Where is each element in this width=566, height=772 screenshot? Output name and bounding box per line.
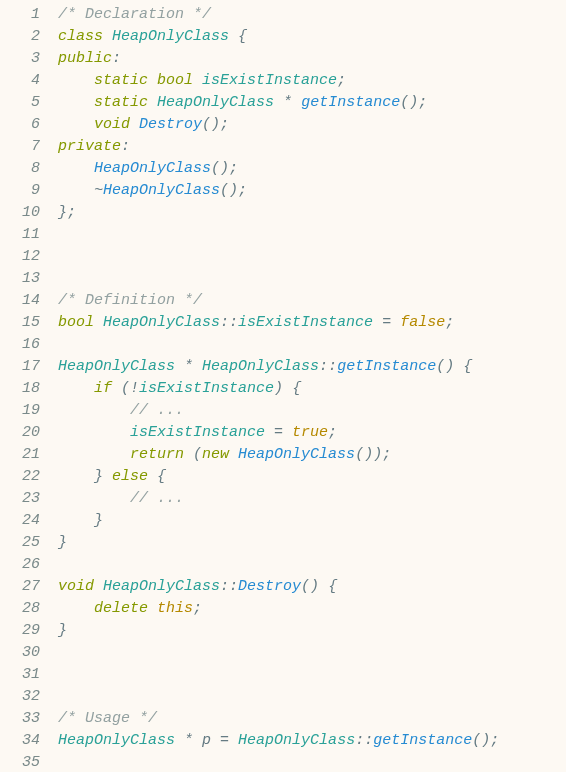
token-comment: // ... bbox=[130, 490, 184, 507]
token-func: Destroy bbox=[139, 116, 202, 133]
token-op: * bbox=[184, 358, 193, 375]
code-line bbox=[58, 268, 566, 290]
token-op: = bbox=[382, 314, 391, 331]
line-number: 5 bbox=[0, 92, 40, 114]
token-plain bbox=[148, 600, 157, 617]
token-plain bbox=[58, 446, 130, 463]
token-keyword: class bbox=[58, 28, 103, 45]
code-line: /* Usage */ bbox=[58, 708, 566, 730]
token-const: true bbox=[292, 424, 328, 441]
line-number: 34 bbox=[0, 730, 40, 752]
token-plain bbox=[58, 72, 94, 89]
line-number: 16 bbox=[0, 334, 40, 356]
token-func: getInstance bbox=[337, 358, 436, 375]
token-keyword: bool bbox=[157, 72, 193, 89]
token-plain bbox=[175, 358, 184, 375]
token-op: = bbox=[220, 732, 229, 749]
token-plain bbox=[94, 578, 103, 595]
token-plain bbox=[373, 314, 382, 331]
line-number: 26 bbox=[0, 554, 40, 576]
token-plain: p bbox=[193, 732, 220, 749]
token-type: HeapOnlyClass bbox=[238, 732, 355, 749]
code-line: } bbox=[58, 532, 566, 554]
token-punct: () bbox=[436, 358, 454, 375]
token-type: HeapOnlyClass bbox=[58, 732, 175, 749]
token-plain bbox=[274, 94, 283, 111]
token-plain bbox=[175, 732, 184, 749]
code-line: HeapOnlyClass(); bbox=[58, 158, 566, 180]
token-func: HeapOnlyClass bbox=[238, 446, 355, 463]
token-punct: ) bbox=[274, 380, 283, 397]
token-plain bbox=[454, 358, 463, 375]
token-punct: :: bbox=[355, 732, 373, 749]
token-plain bbox=[58, 600, 94, 617]
token-func: HeapOnlyClass bbox=[94, 160, 211, 177]
token-plain bbox=[148, 72, 157, 89]
code-area: /* Declaration */class HeapOnlyClass {pu… bbox=[50, 4, 566, 772]
token-plain bbox=[58, 468, 94, 485]
token-plain bbox=[193, 72, 202, 89]
code-line: delete this; bbox=[58, 598, 566, 620]
code-editor: 1234567891011121314151617181920212223242… bbox=[0, 0, 566, 772]
token-punct: ; bbox=[445, 314, 454, 331]
code-line bbox=[58, 334, 566, 356]
code-line: ~HeapOnlyClass(); bbox=[58, 180, 566, 202]
code-line: HeapOnlyClass * p = HeapOnlyClass::getIn… bbox=[58, 730, 566, 752]
line-number: 6 bbox=[0, 114, 40, 136]
token-punct: ; bbox=[328, 424, 337, 441]
token-punct: { bbox=[157, 468, 166, 485]
code-line: if (!isExistInstance) { bbox=[58, 378, 566, 400]
token-punct: (); bbox=[472, 732, 499, 749]
token-type: HeapOnlyClass bbox=[202, 358, 319, 375]
token-keyword: void bbox=[94, 116, 130, 133]
token-keyword: public bbox=[58, 50, 112, 67]
token-plain bbox=[103, 468, 112, 485]
token-punct: :: bbox=[220, 314, 238, 331]
line-number: 24 bbox=[0, 510, 40, 532]
token-plain bbox=[391, 314, 400, 331]
token-punct: ( bbox=[193, 446, 202, 463]
token-punct: } bbox=[58, 622, 67, 639]
token-plain bbox=[58, 160, 94, 177]
token-punct: } bbox=[58, 534, 67, 551]
code-line bbox=[58, 686, 566, 708]
token-plain bbox=[58, 380, 94, 397]
line-number: 17 bbox=[0, 356, 40, 378]
code-line: // ... bbox=[58, 488, 566, 510]
token-plain bbox=[130, 116, 139, 133]
token-comment: // ... bbox=[130, 402, 184, 419]
code-line: static bool isExistInstance; bbox=[58, 70, 566, 92]
token-plain bbox=[58, 182, 94, 199]
token-plain bbox=[283, 424, 292, 441]
token-keyword: new bbox=[202, 446, 229, 463]
token-punct: ; bbox=[337, 72, 346, 89]
code-line bbox=[58, 642, 566, 664]
token-func: getInstance bbox=[373, 732, 472, 749]
token-keyword: return bbox=[130, 446, 184, 463]
token-punct: } bbox=[94, 468, 103, 485]
token-punct: (); bbox=[211, 160, 238, 177]
token-punct: { bbox=[292, 380, 301, 397]
token-plain bbox=[319, 578, 328, 595]
line-number: 19 bbox=[0, 400, 40, 422]
line-number: 8 bbox=[0, 158, 40, 180]
token-comment: /* Usage */ bbox=[58, 710, 157, 727]
token-plain bbox=[193, 358, 202, 375]
token-keyword: else bbox=[112, 468, 148, 485]
token-type: isExistInstance bbox=[139, 380, 274, 397]
token-op: ~ bbox=[94, 182, 103, 199]
token-type: HeapOnlyClass bbox=[103, 578, 220, 595]
line-number: 32 bbox=[0, 686, 40, 708]
token-comment: /* Declaration */ bbox=[58, 6, 211, 23]
token-plain bbox=[58, 512, 94, 529]
token-plain bbox=[58, 490, 130, 507]
token-op: * bbox=[283, 94, 292, 111]
token-keyword: private bbox=[58, 138, 121, 155]
token-plain bbox=[292, 94, 301, 111]
token-punct: : bbox=[112, 50, 121, 67]
line-number: 11 bbox=[0, 224, 40, 246]
token-op: * bbox=[184, 732, 193, 749]
token-plain bbox=[103, 28, 112, 45]
code-line: /* Declaration */ bbox=[58, 4, 566, 26]
token-comment: /* Definition */ bbox=[58, 292, 202, 309]
